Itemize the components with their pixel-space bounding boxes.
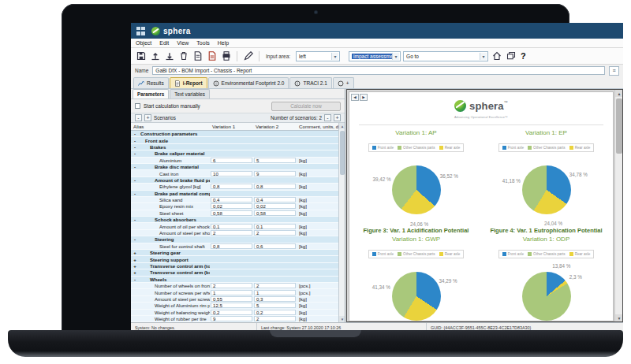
scroll-thumb[interactable]: [340, 131, 345, 175]
expand-toggle[interactable]: -: [131, 236, 139, 242]
expand-toggle[interactable]: +: [131, 269, 139, 275]
expand-toggle[interactable]: -: [131, 277, 139, 282]
value-input[interactable]: 10: [211, 171, 252, 176]
home-icon[interactable]: [491, 50, 502, 62]
import-icon[interactable]: [149, 50, 161, 62]
value-input[interactable]: 0,8: [254, 184, 296, 189]
report-scrollbar[interactable]: ▲ ▼: [614, 90, 622, 321]
help-icon[interactable]: ?: [519, 51, 528, 61]
scroll-up-icon[interactable]: ▲: [615, 90, 623, 97]
value-input[interactable]: 0,1: [211, 224, 252, 229]
expand-toggle[interactable]: +: [131, 257, 139, 262]
value-input[interactable]: 0,4: [211, 197, 252, 202]
pdf-export-icon[interactable]: [206, 50, 218, 62]
menu-edit[interactable]: Edit: [159, 40, 169, 46]
value-input[interactable]: 0,55: [211, 296, 252, 302]
value-input[interactable]: 2: [254, 283, 296, 288]
expand-toggle[interactable]: +: [131, 250, 139, 255]
delete-icon[interactable]: [177, 50, 189, 62]
value-input[interactable]: 2: [254, 230, 296, 236]
expand-toggle[interactable]: -: [131, 144, 139, 150]
value-input[interactable]: 0,4: [254, 197, 296, 202]
expand-toggle[interactable]: -: [131, 191, 139, 196]
document-icon[interactable]: [192, 50, 203, 62]
calculate-now-button[interactable]: Calculate now: [271, 102, 341, 111]
print-icon[interactable]: [220, 50, 232, 62]
value-input[interactable]: 1: [211, 290, 252, 295]
value-input[interactable]: 0,02: [211, 203, 252, 209]
pie-wrap: 34,78 %24,04 %41,18 %: [487, 154, 606, 227]
value-input[interactable]: 0,2: [254, 310, 296, 315]
value-input[interactable]: 0,8: [211, 184, 252, 189]
value-input[interactable]: 0,6: [254, 243, 296, 249]
value-input[interactable]: 5: [254, 303, 296, 308]
name-input[interactable]: GaBi DfX - BOM Import - Chassis - Report: [152, 66, 605, 75]
save-icon[interactable]: [135, 50, 147, 62]
windows-icon[interactable]: [505, 50, 517, 62]
scenario-add-button[interactable]: +: [144, 114, 151, 121]
subtab-parameters[interactable]: Parameters: [133, 89, 169, 98]
tab-traci[interactable]: TRACI 2.1: [289, 77, 331, 88]
header-variation1[interactable]: Variation 1: [210, 124, 253, 129]
value-input[interactable]: 9: [254, 171, 296, 176]
value-input[interactable]: 0,2: [211, 310, 252, 315]
value-input[interactable]: 5: [254, 158, 296, 163]
start-calc-checkbox[interactable]: [135, 103, 140, 109]
value-input[interactable]: 0,1: [254, 224, 296, 229]
subtab-text-variables[interactable]: Text variables: [170, 89, 210, 98]
header-alias[interactable]: Alias: [131, 124, 210, 129]
header-variation2[interactable]: Variation 2: [253, 124, 297, 129]
menu-view[interactable]: View: [177, 40, 189, 46]
value-input[interactable]: 0,58: [254, 210, 296, 216]
view-mode-select[interactable]: impact assessment ▾: [349, 51, 401, 61]
expand-toggle[interactable]: -: [131, 217, 139, 222]
value-input[interactable]: 2: [211, 283, 252, 288]
value-input[interactable]: 1: [254, 290, 296, 295]
value-input[interactable]: 12,5: [211, 303, 252, 308]
num-scenarios-plus-button[interactable]: +: [334, 114, 341, 121]
name-options-button[interactable]: ≡: [609, 66, 619, 76]
tab-results[interactable]: Results: [133, 77, 169, 88]
goto-select[interactable]: Go to ▾: [403, 51, 488, 61]
menu-tools[interactable]: Tools: [196, 40, 209, 46]
menu-object[interactable]: Object: [136, 40, 151, 46]
expand-toggle[interactable]: +: [131, 263, 139, 269]
tab-environmental-footprint[interactable]: Environmental Footprint 2.0: [208, 77, 289, 88]
value-input[interactable]: 0,02: [254, 203, 296, 209]
num-scenarios-minus-button[interactable]: -: [324, 114, 331, 121]
scroll-down-icon[interactable]: ▼: [339, 316, 345, 322]
alias-cell: Weight of balancing weight per: [139, 310, 210, 315]
value-input[interactable]: 9: [211, 316, 252, 321]
expand-toggle[interactable]: -: [131, 164, 139, 169]
value-input[interactable]: 0,3: [254, 296, 296, 302]
parameters-scrollbar[interactable]: ▲ ▼: [338, 123, 345, 322]
value-input[interactable]: 0,58: [211, 210, 252, 216]
tab-i-report[interactable]: i-Report: [170, 77, 207, 88]
expand-toggle[interactable]: -: [131, 138, 139, 143]
chart-title: Variation 1: EP: [481, 129, 611, 136]
expand-toggle[interactable]: -: [131, 131, 139, 136]
value-input[interactable]: 2: [254, 316, 296, 321]
export-icon[interactable]: [163, 50, 175, 62]
header-comment[interactable]: Comment, units, defaults: [297, 124, 339, 129]
scroll-thumb[interactable]: [616, 98, 622, 154]
alias-cell: Transverse control arm (bot: [139, 269, 210, 275]
expand-toggle[interactable]: -: [131, 177, 139, 183]
tab-add[interactable]: +: [333, 77, 354, 88]
scroll-up-icon[interactable]: ▲: [339, 123, 345, 129]
legend-item: Other Chassis parts: [398, 252, 435, 256]
expand-toggle[interactable]: -: [131, 150, 139, 156]
app-grid-icon[interactable]: [136, 27, 145, 35]
value-input[interactable]: 0,8: [211, 243, 252, 249]
scroll-down-icon[interactable]: ▼: [615, 314, 623, 321]
next-page-icon[interactable]: ▶: [360, 94, 368, 101]
value-input[interactable]: 2: [211, 230, 252, 236]
edit-pencil-icon[interactable]: [242, 50, 254, 62]
value-input[interactable]: 6: [211, 158, 252, 163]
input-area-select[interactable]: left ▾: [296, 51, 340, 61]
table-row: Ethylene glycol [kg]0,80,8[kg]: [131, 184, 339, 190]
menu-help[interactable]: Help: [218, 40, 229, 46]
table-row: Number of wheels on front axle22[pcs.]: [131, 283, 339, 289]
scenario-remove-button[interactable]: -: [135, 114, 142, 121]
prev-page-icon[interactable]: ◀: [351, 94, 359, 101]
